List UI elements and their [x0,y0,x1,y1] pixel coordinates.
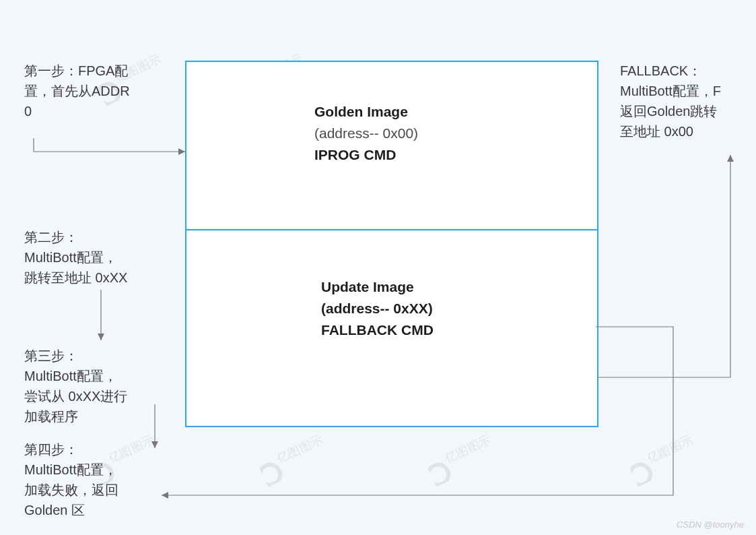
step-3: 第三步： MultiBott配置， 尝试从 0xXX进行 加载程序 [24,346,159,427]
step-2-line: 跳转至地址 0xXX [24,268,159,288]
golden-title: Golden Image [314,101,597,123]
svg-marker-8 [178,148,185,155]
step-2-line: MultiBott配置， [24,247,159,268]
step-3-line: MultiBott配置， [24,366,159,386]
step-2-line: 第二步： [24,227,159,247]
step-3-line: 尝试从 0xXX进行 [24,386,159,406]
golden-address: (address-- 0x00) [314,123,597,144]
step-3-line: 加载程序 [24,406,159,427]
svg-text:亿图图示: 亿图图示 [274,433,324,466]
step-1-line: 0 [24,101,159,121]
step-3-line: 第三步： [24,346,159,366]
update-address: (address-- 0xXX) [321,298,597,319]
svg-marker-14 [727,155,734,162]
fallback-line: 至地址 0x00 [620,121,748,141]
fallback-label: FALLBACK： MultiBott配置，F 返回Golden跳转 至地址 0… [620,61,748,141]
fallback-line: FALLBACK： [620,61,748,81]
svg-marker-10 [98,334,104,340]
svg-text:亿图图示: 亿图图示 [644,433,695,466]
credit-label: CSDN @toonyhe [677,520,744,530]
update-cmd: FALLBACK CMD [321,319,597,341]
step-1: 第一步：FPGA配 置，首先从ADDR 0 [24,61,159,121]
update-image-box: Update Image (address-- 0xXX) FALLBACK C… [185,229,598,427]
step-4-line: 第四步： [24,439,166,460]
step-4-line: Golden 区 [24,500,166,520]
svg-text:亿图图示: 亿图图示 [442,433,493,466]
step-4-line: 加载失败，返回 [24,480,166,500]
update-title: Update Image [321,276,597,298]
fallback-line: 返回Golden跳转 [620,101,748,121]
golden-cmd: IPROG CMD [314,144,597,166]
step-1-line: 第一步：FPGA配 [24,61,159,81]
step-1-line: 置，首先从ADDR [24,81,159,101]
golden-image-box: Golden Image (address-- 0x00) IPROG CMD [185,61,598,232]
step-4-line: MultiBott配置， [24,460,166,480]
fallback-line: MultiBott配置，F [620,81,748,101]
step-2: 第二步： MultiBott配置， 跳转至地址 0xXX [24,227,159,288]
step-4: 第四步： MultiBott配置， 加载失败，返回 Golden 区 [24,439,166,520]
